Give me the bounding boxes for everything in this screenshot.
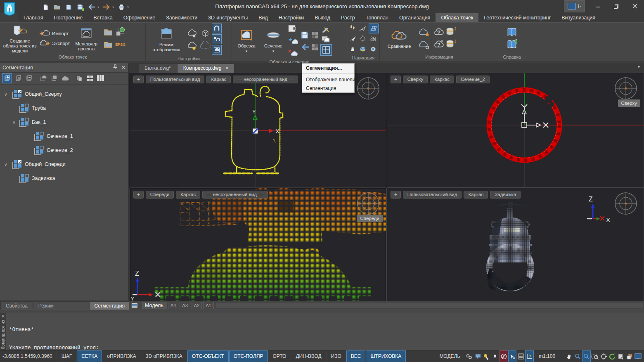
tree-item-obshiy-speredi[interactable]: ∨ Общий_Спереди xyxy=(0,157,128,171)
menu-rastr[interactable]: Растр xyxy=(336,13,360,22)
import-button[interactable]: Импорт xyxy=(39,29,70,38)
view-tiles-button[interactable] xyxy=(85,74,95,83)
create-cloud-button[interactable]: Создание облака точек из модели xyxy=(2,24,38,53)
zoom-window-icon[interactable] xyxy=(591,350,599,362)
tab-svoystva[interactable]: Свойства xyxy=(1,302,33,310)
menu-organizatsiya[interactable]: Организация xyxy=(394,13,436,22)
clip-delete-button[interactable] xyxy=(287,47,298,58)
close-icon[interactable]: ✕ xyxy=(1,314,5,319)
cloud-light-off-button[interactable] xyxy=(187,28,197,38)
doc-tab-balka[interactable]: Балка.dwg* xyxy=(139,64,177,73)
menu-vid[interactable]: Вид xyxy=(253,13,273,22)
db-recalc-button[interactable]: R xyxy=(445,27,456,38)
open-file-button[interactable] xyxy=(53,3,61,11)
menu-item-segmentation[interactable]: Сегментация xyxy=(302,84,354,92)
fly-button[interactable] xyxy=(358,24,367,33)
snap-points-button[interactable] xyxy=(212,34,222,44)
print-button[interactable] xyxy=(117,3,125,11)
link-icon[interactable] xyxy=(465,350,474,362)
model-space-button[interactable]: МОДЕЛЬ xyxy=(435,350,465,362)
cloud-point-filled-button[interactable] xyxy=(418,27,429,38)
view-box2-button[interactable] xyxy=(369,45,378,54)
undo-button[interactable] xyxy=(88,3,96,11)
toggle-ots-polyar[interactable]: ОТС-ПОЛЯР xyxy=(229,350,268,362)
info-widget[interactable]: i ▾ xyxy=(564,0,585,12)
copy-sheet-icon[interactable] xyxy=(616,350,625,362)
section-dropdown-icon[interactable]: ▼ xyxy=(272,49,275,54)
section-manager-button[interactable] xyxy=(320,44,332,56)
menu-3d-tools[interactable]: 3D-инструменты xyxy=(203,13,253,22)
menu-vizualizatsiya[interactable]: Визуализация xyxy=(556,13,601,22)
toggle-din-vvod[interactable]: ДИН-ВВОД xyxy=(291,350,326,362)
tree-item-bak-1[interactable]: ∨ Бак_1 xyxy=(0,115,128,129)
selection-off-icon[interactable] xyxy=(500,350,508,362)
viewport-view-chip[interactable]: Спереди xyxy=(146,191,174,199)
free-orbit-button[interactable] xyxy=(369,34,378,43)
navigation-wheel[interactable] xyxy=(356,192,380,215)
menu-postroenie[interactable]: Построение xyxy=(49,13,88,22)
menu-geomonitoring[interactable]: Геотехнический мониторинг xyxy=(478,13,556,22)
viewport-add-view-button[interactable]: + xyxy=(133,76,144,83)
model-tab[interactable]: Модель xyxy=(142,302,167,309)
cloud-point-info-button[interactable]: ? xyxy=(433,39,444,50)
cloud-density-button[interactable] xyxy=(200,40,211,51)
cloud-light-on-button[interactable] xyxy=(187,40,197,51)
epsg-button[interactable]: EPSG xyxy=(115,39,125,50)
chevron-down-icon[interactable]: ∨ xyxy=(12,120,17,125)
zoom-realtime-icon[interactable] xyxy=(582,350,591,362)
redo-dropdown-icon[interactable]: ▾ xyxy=(112,5,114,9)
viewport-visualstyle-chip[interactable]: Каркас xyxy=(430,76,454,83)
toggle-ves[interactable]: ВЕС xyxy=(346,350,366,362)
viewport-visualstyle-chip[interactable]: Каркас xyxy=(176,191,200,199)
segment-auto-button[interactable]: A xyxy=(14,74,23,83)
toggle-setka[interactable]: СЕТКА xyxy=(76,350,102,362)
plane-button[interactable] xyxy=(348,34,357,43)
pan-button[interactable] xyxy=(348,45,357,54)
viewport-visualstyle-chip[interactable]: Каркас xyxy=(464,191,488,199)
cloud-folder2-button[interactable] xyxy=(103,39,114,50)
pan-hand-icon[interactable] xyxy=(565,350,573,362)
viewport-add-view-button[interactable]: + xyxy=(391,191,401,199)
properties-list-icon[interactable] xyxy=(516,350,525,362)
cloud-info-button[interactable]: ? xyxy=(433,27,444,38)
toggle-3d-oprivyazka[interactable]: 3D оПРИВЯЗКА xyxy=(141,350,187,362)
undo-dropdown-icon[interactable]: ▾ xyxy=(97,5,99,9)
clip-button[interactable]: Обрезка ▼ xyxy=(234,26,259,56)
help-online-button[interactable] xyxy=(507,39,517,50)
menu-zavisimosti[interactable]: Зависимости xyxy=(161,13,203,22)
section-grid-button[interactable] xyxy=(311,30,319,40)
close-button[interactable] xyxy=(625,0,644,12)
snap-image-button[interactable] xyxy=(212,45,222,55)
tab-rezhim-otobrazheniya[interactable]: Режим отображения xyxy=(33,302,89,310)
navigation-wheel[interactable] xyxy=(356,76,380,100)
tab-list-dropdown-icon[interactable]: ▼ xyxy=(637,65,641,69)
geo-position-button[interactable] xyxy=(115,27,125,38)
chevron-down-icon[interactable]: ∨ xyxy=(3,92,8,97)
sketch-section-button[interactable] xyxy=(320,26,331,34)
view-grid-button[interactable] xyxy=(96,74,105,83)
tray-icon[interactable] xyxy=(474,350,482,362)
save-all-button[interactable] xyxy=(76,3,84,11)
db-detach-button[interactable]: D xyxy=(445,39,456,50)
menu-oformlenie[interactable]: Оформление xyxy=(118,13,161,22)
zoom-icon[interactable] xyxy=(573,350,582,362)
section-views-button[interactable] xyxy=(320,35,331,43)
tab-segmentatsiya[interactable]: Сегментация xyxy=(90,302,130,310)
segment-remove-button[interactable] xyxy=(24,74,33,83)
viewport-bottom-right[interactable]: + Пользовательский вид Каркас Задвижка xyxy=(387,188,644,302)
lineweight-bulb-icon[interactable] xyxy=(482,350,491,362)
panel-pin-icon[interactable] xyxy=(113,64,117,71)
brightness-bulb-icon[interactable] xyxy=(491,350,500,362)
toggle-shtrihovka[interactable]: ШТРИХОВКА xyxy=(365,350,406,362)
walk-button[interactable] xyxy=(348,24,357,33)
ucs-dynamic-icon[interactable] xyxy=(525,350,534,362)
toggle-orto[interactable]: ОРТО xyxy=(268,350,291,362)
command-line-panel[interactable]: ✕ Командная *Отмена* Укажите противополо… xyxy=(0,313,644,350)
windows-stack-icon[interactable] xyxy=(625,350,634,362)
compare-clouds-button[interactable]: Сравнение xyxy=(381,24,417,53)
menu-item-segmentation-dialog[interactable]: Сегментация... xyxy=(302,64,354,74)
cloud-point-hollow-button[interactable] xyxy=(418,39,429,50)
info-dropdown-icon[interactable]: ▾ xyxy=(580,5,581,8)
menu-topoplan[interactable]: Топоплан xyxy=(360,13,394,22)
clip-inside-button[interactable] xyxy=(287,24,298,34)
